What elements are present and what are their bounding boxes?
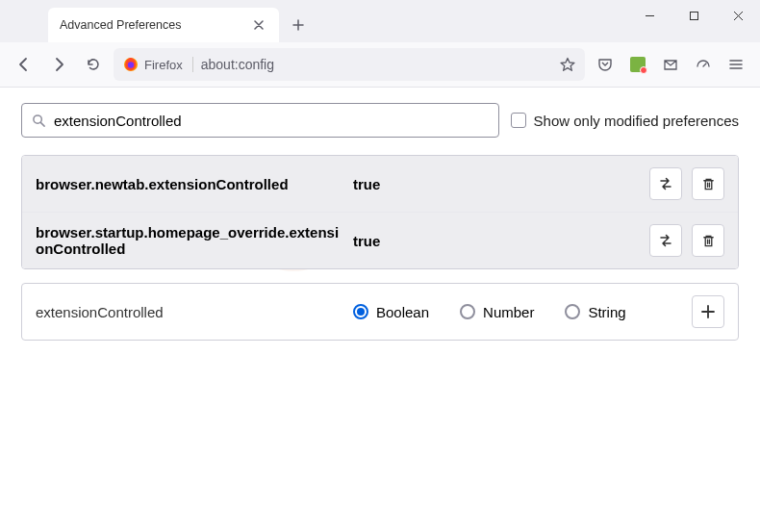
titlebar: Advanced Preferences <box>0 0 760 42</box>
add-preference-row: extensionControlled Boolean Number Strin… <box>21 283 739 341</box>
add-button[interactable] <box>692 295 724 328</box>
toggle-button[interactable] <box>649 167 682 200</box>
search-row: Show only modified preferences <box>21 103 739 138</box>
toggle-button[interactable] <box>649 224 682 257</box>
preference-row[interactable]: browser.startup.homepage_override.extens… <box>22 212 738 268</box>
type-label: Boolean <box>376 304 429 320</box>
radio-icon[interactable] <box>565 304 580 319</box>
toolbar-icons <box>591 50 750 79</box>
show-modified-label: Show only modified preferences <box>534 113 739 129</box>
content-area: Show only modified preferences browser.n… <box>0 88 760 356</box>
type-label: Number <box>483 304 534 320</box>
tab-title: Advanced Preferences <box>60 18 181 32</box>
preference-search[interactable] <box>21 103 499 138</box>
window-controls <box>627 0 760 42</box>
maximize-button[interactable] <box>671 0 716 31</box>
type-number[interactable]: Number <box>460 304 534 320</box>
firefox-icon <box>123 57 139 72</box>
svg-rect-4 <box>690 12 697 19</box>
row-actions <box>649 224 724 257</box>
pocket-icon[interactable] <box>591 50 620 79</box>
svg-point-6 <box>128 62 134 67</box>
close-tab-button[interactable] <box>250 16 267 34</box>
reload-button[interactable] <box>79 50 108 79</box>
back-button[interactable] <box>10 50 38 79</box>
new-tab-button[interactable] <box>285 12 312 38</box>
extension-icon[interactable] <box>623 50 652 79</box>
preference-name: browser.startup.homepage_override.extens… <box>36 224 343 257</box>
toolbar: Firefox about:config <box>0 42 760 88</box>
browser-tab[interactable]: Advanced Preferences <box>48 8 279 42</box>
search-input[interactable] <box>54 113 489 129</box>
brand-label: Firefox <box>123 57 193 72</box>
forward-button[interactable] <box>44 50 73 79</box>
bookmark-star-icon[interactable] <box>560 57 575 72</box>
type-boolean[interactable]: Boolean <box>353 304 429 320</box>
preference-value: true <box>343 233 649 249</box>
preference-row[interactable]: browser.newtab.extensionControlled true <box>22 156 738 212</box>
delete-button[interactable] <box>692 167 724 200</box>
type-label: String <box>588 304 625 320</box>
close-window-button[interactable] <box>716 0 760 31</box>
brand-text: Firefox <box>144 58 183 72</box>
new-preference-name: extensionControlled <box>36 304 343 320</box>
minimize-button[interactable] <box>627 0 671 31</box>
show-modified-checkbox-wrap[interactable]: Show only modified preferences <box>511 113 739 129</box>
type-string[interactable]: String <box>565 304 625 320</box>
row-actions <box>649 167 724 200</box>
search-icon <box>32 114 46 128</box>
url-text: about:config <box>201 57 552 72</box>
preference-name: browser.newtab.extensionControlled <box>36 176 343 192</box>
inbox-icon[interactable] <box>656 50 685 79</box>
preference-table: browser.newtab.extensionControlled true … <box>21 155 739 269</box>
preference-value: true <box>343 176 649 192</box>
checkbox-icon[interactable] <box>511 113 526 128</box>
radio-icon[interactable] <box>353 304 368 319</box>
delete-button[interactable] <box>692 224 724 257</box>
type-options: Boolean Number String <box>343 304 692 320</box>
address-bar[interactable]: Firefox about:config <box>114 48 585 81</box>
menu-button[interactable] <box>722 50 750 79</box>
dashboard-icon[interactable] <box>689 50 718 79</box>
radio-icon[interactable] <box>460 304 475 319</box>
